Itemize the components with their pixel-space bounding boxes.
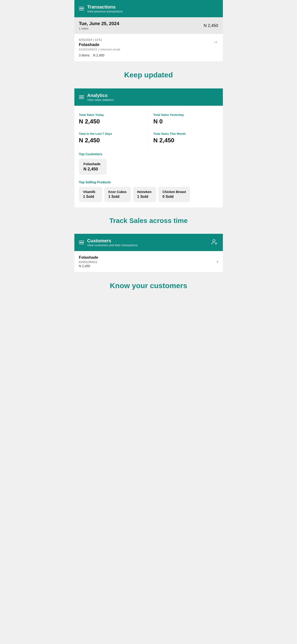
customers-subtitle: View customers and their transactions — [87, 244, 138, 247]
transaction-items-count: 3 Items: N 2,450 — [79, 54, 120, 57]
stat-total-today: Total Sales Today N 2,450 — [79, 110, 149, 129]
customers-title: Customers — [87, 238, 138, 244]
analytics-title: Analytics — [87, 92, 114, 98]
date-amount: N 2,450 — [204, 23, 218, 28]
customer-cards: Folashade N 2,450 — [79, 159, 218, 175]
menu-icon[interactable] — [79, 7, 84, 10]
customers-header: Customers View customers and their trans… — [74, 234, 223, 251]
product-sold-3: 0 Sold — [162, 195, 186, 199]
customers-section: Customers View customers and their trans… — [74, 234, 223, 272]
product-name-2: Heineken — [137, 190, 152, 194]
transaction-left: 6/25/2024 | 13:51 Folashade 81063245815 … — [79, 38, 120, 57]
analytics-menu-icon[interactable] — [79, 95, 84, 99]
keep-updated-banner: Keep updated — [74, 62, 223, 88]
stat-last7-value: N 2,450 — [79, 137, 147, 144]
stat-month-label: Total Sales This Month — [153, 132, 216, 136]
customer-row-name: Folashade — [79, 255, 98, 260]
transactions-subtitle: View previous transactions — [87, 10, 123, 13]
stat-yesterday-label: Total Sales Yesterday — [153, 113, 216, 116]
product-sold-2: 1 Sold — [137, 195, 152, 199]
product-name-0: Vitamilk — [83, 190, 98, 194]
stat-last7-label: Total in the Last 7 Days — [79, 132, 147, 136]
stat-total-yesterday: Total Sales Yesterday N 0 — [148, 110, 218, 129]
stat-month-value: N 2,450 — [153, 137, 216, 144]
top-products-section: Top Selling Products Vitamilk 1 Sold Kno… — [74, 178, 223, 208]
customer-card-name: Folashade — [84, 162, 102, 166]
analytics-header-text: Analytics View sales statistics — [87, 92, 114, 102]
stat-this-month: Total Sales This Month N 2,450 — [148, 129, 218, 148]
customers-menu-icon[interactable] — [79, 241, 84, 244]
analytics-section: Analytics View sales statistics Total Sa… — [74, 88, 223, 208]
track-sales-banner: Track Sales across time — [74, 208, 223, 234]
transaction-contact: 81063245815 | Unknown email — [79, 48, 120, 51]
product-name-1: Knor Cubes — [108, 190, 127, 194]
know-customers-title: Know your customers — [79, 282, 218, 290]
track-sales-title: Track Sales across time — [79, 217, 218, 224]
stat-today-value: N 2,450 — [79, 118, 147, 125]
add-customer-button[interactable] — [211, 238, 218, 247]
product-card-2: Heineken 1 Sold — [133, 187, 156, 202]
transactions-header-text: Transactions View previous transactions — [87, 4, 123, 13]
customer-row-0[interactable]: Folashade 81063245815 N 2,450 › — [74, 251, 223, 272]
transaction-arrow-icon[interactable]: → — [213, 39, 218, 45]
svg-point-0 — [213, 240, 215, 242]
keep-updated-title: Keep updated — [79, 71, 218, 79]
customer-row-amount: N 2,450 — [79, 264, 98, 268]
product-card-1: Knor Cubes 1 Sold — [104, 187, 131, 202]
transaction-datetime: 6/25/2024 | 13:51 — [79, 38, 120, 42]
transactions-section: Transactions View previous transactions … — [74, 0, 223, 62]
stat-today-label: Total Sales Today — [79, 113, 147, 116]
sales-count: 1 sales — [79, 27, 119, 30]
date-header-left: Tue, June 25, 2024 1 sales — [79, 21, 119, 30]
product-card-3: Chicken Breast 0 Sold — [158, 187, 190, 202]
product-sold-1: 1 Sold — [108, 195, 127, 199]
customer-row-arrow-icon[interactable]: › — [217, 259, 218, 264]
stat-last-7: Total in the Last 7 Days N 2,450 — [79, 129, 149, 148]
customer-row-phone: 81063245815 — [79, 260, 98, 264]
product-name-3: Chicken Breast — [162, 190, 186, 194]
date-title: Tue, June 25, 2024 — [79, 21, 119, 26]
know-customers-banner: Know your customers — [74, 272, 223, 299]
customer-card-amount: N 2,450 — [84, 167, 102, 172]
top-customers-section: Top Customers Folashade N 2,450 — [74, 150, 223, 178]
transactions-title: Transactions — [87, 4, 123, 10]
transactions-header: Transactions View previous transactions — [74, 0, 223, 17]
date-header: Tue, June 25, 2024 1 sales N 2,450 — [74, 17, 223, 34]
top-products-title: Top Selling Products — [79, 180, 218, 184]
stat-yesterday-value: N 0 — [153, 118, 216, 125]
stats-grid: Total Sales Today N 2,450 Total Sales Ye… — [74, 106, 223, 150]
product-sold-0: 1 Sold — [83, 195, 98, 199]
customers-header-text: Customers View customers and their trans… — [87, 238, 138, 247]
transaction-customer-name: Folashade — [79, 42, 120, 47]
product-cards: Vitamilk 1 Sold Knor Cubes 1 Sold Heinek… — [79, 187, 218, 203]
top-customers-title: Top Customers — [79, 152, 218, 156]
analytics-header: Analytics View sales statistics — [74, 88, 223, 106]
customer-card-0: Folashade N 2,450 — [79, 159, 106, 175]
customer-row-left: Folashade 81063245815 N 2,450 — [79, 255, 98, 268]
product-card-0: Vitamilk 1 Sold — [79, 187, 102, 202]
analytics-subtitle: View sales statistics — [87, 98, 114, 102]
transaction-item[interactable]: 6/25/2024 | 13:51 Folashade 81063245815 … — [74, 34, 223, 62]
